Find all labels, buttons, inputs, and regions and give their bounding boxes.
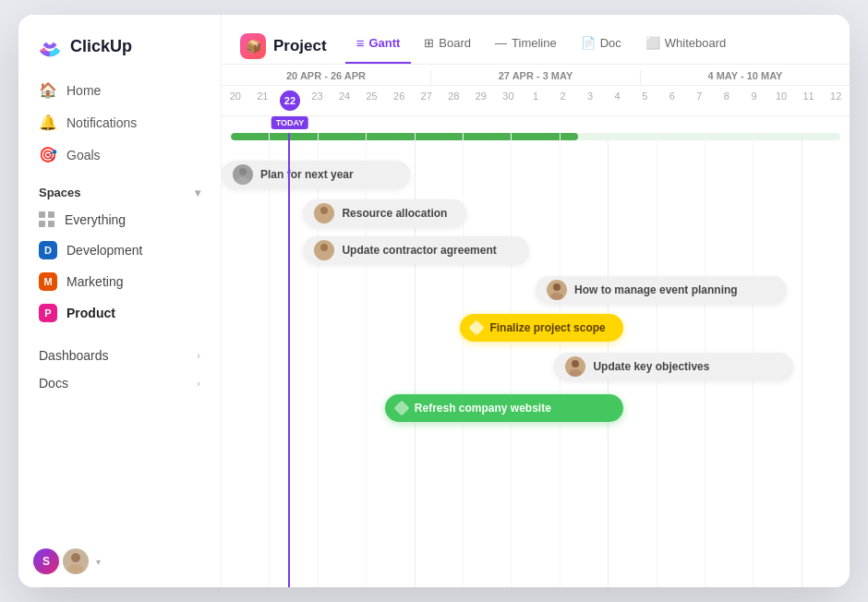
sidebar-item-home[interactable]: 🏠 Home (28, 74, 211, 106)
tab-gantt[interactable]: ≡ Gantt (345, 28, 412, 64)
task-finalize[interactable]: Finalize project scope (460, 314, 623, 342)
day-2: 2 (549, 89, 577, 113)
sidebar-item-goals-label: Goals (66, 148, 101, 163)
home-icon: 🏠 (39, 81, 57, 99)
task-contractor[interactable]: Update contractor agreement (303, 236, 529, 264)
task-key-objectives[interactable]: Update key objectives (554, 353, 792, 380)
sidebar-item-dashboards-label: Dashboards (39, 348, 109, 363)
everything-grid-icon (39, 211, 55, 228)
task-resource-label: Resource allocation (342, 207, 447, 220)
task-objectives-avatar (565, 356, 585, 377)
sidebar-item-docs[interactable]: Docs › (28, 369, 211, 397)
svg-point-7 (318, 253, 331, 260)
svg-point-1 (68, 564, 83, 573)
tabs: ≡ Gantt ⊞ Board — Timeline 📄 Doc ⬜ Wh (345, 28, 738, 64)
svg-point-2 (239, 168, 247, 175)
sidebar-item-goals[interactable]: 🎯 Goals (28, 138, 211, 171)
task-contractor-label: Update contractor agreement (342, 244, 496, 257)
doc-tab-label: Doc (600, 36, 621, 50)
task-plan[interactable]: Plan for next year (222, 161, 410, 188)
clickup-logo-icon (37, 33, 63, 59)
timeline-tab-icon: — (495, 36, 507, 50)
user-menu-chevron-icon[interactable]: ▾ (96, 557, 101, 567)
day-30: 30 (495, 89, 523, 113)
today-line (288, 133, 290, 587)
timeline-tab-label: Timeline (512, 36, 557, 50)
day-11: 11 (795, 89, 823, 113)
task-contractor-avatar (314, 240, 334, 260)
task-resource-avatar (314, 203, 334, 223)
day-6: 6 (658, 89, 686, 113)
svg-point-5 (318, 216, 331, 223)
main-content: 📦 Project ≡ Gantt ⊞ Board — Timeline 📄 (222, 15, 850, 587)
avatar-s[interactable]: S (33, 548, 59, 574)
avatar-user[interactable] (63, 548, 89, 574)
app-window: ClickUp 🏠 Home 🔔 Notifications 🎯 Goals S… (18, 15, 850, 587)
doc-tab-icon: 📄 (581, 36, 596, 50)
svg-point-9 (550, 293, 563, 300)
whiteboard-tab-icon: ⬜ (645, 36, 660, 50)
tab-timeline[interactable]: — Timeline (484, 29, 568, 63)
sidebar-item-home-label: Home (66, 83, 101, 98)
day-22-today: 22 TODAY (276, 89, 304, 113)
gantt-chart: 20 APR - 26 APR 27 APR - 3 MAY 4 MAY - 1… (222, 65, 850, 587)
spaces-chevron-icon[interactable]: ▾ (195, 187, 200, 199)
progress-bar-row (222, 133, 850, 142)
project-title: Project (273, 37, 327, 55)
svg-point-0 (71, 553, 80, 562)
day-24: 24 (331, 89, 358, 113)
spaces-section-title: Spaces ▾ (28, 171, 211, 205)
day-4: 4 (604, 89, 632, 113)
sidebar-item-dashboards[interactable]: Dashboards › (28, 342, 211, 369)
day-5: 5 (631, 89, 658, 113)
tab-whiteboard[interactable]: ⬜ Whiteboard (634, 29, 737, 63)
sidebar-item-product[interactable]: P Product (28, 297, 211, 329)
task-event-label: How to manage event planning (574, 283, 738, 296)
task-plan-label: Plan for next year (260, 168, 354, 181)
day-1: 1 (522, 89, 549, 113)
date-groups: 20 APR - 26 APR 27 APR - 3 MAY 4 MAY - 1… (222, 65, 850, 86)
sidebar-item-product-label: Product (66, 306, 115, 320)
day-7: 7 (686, 89, 714, 113)
sidebar-item-development[interactable]: D Development (28, 235, 211, 266)
task-objectives-label: Update key objectives (593, 360, 709, 373)
date-group-1: 20 APR - 26 APR (222, 70, 431, 85)
date-days: 20 21 22 TODAY 23 24 25 26 27 28 29 30 1… (222, 86, 850, 116)
tab-doc[interactable]: 📄 Doc (570, 29, 633, 63)
sidebar-item-everything[interactable]: Everything (28, 205, 211, 235)
day-28: 28 (440, 89, 468, 113)
app-name: ClickUp (70, 37, 132, 56)
bell-icon: 🔔 (39, 114, 57, 131)
day-20: 20 (222, 89, 249, 113)
today-label: TODAY (271, 116, 309, 129)
task-event-planning[interactable]: How to manage event planning (536, 276, 787, 304)
task-resource[interactable]: Resource allocation (303, 199, 466, 227)
sidebar: ClickUp 🏠 Home 🔔 Notifications 🎯 Goals S… (18, 15, 222, 587)
sidebar-item-notifications[interactable]: 🔔 Notifications (28, 106, 211, 138)
day-3: 3 (576, 89, 604, 113)
product-dot: P (39, 304, 57, 322)
board-tab-icon: ⊞ (424, 36, 434, 50)
sidebar-nav: 🏠 Home 🔔 Notifications 🎯 Goals Spaces ▾ (18, 74, 221, 536)
task-finalize-label: Finalize project scope (489, 321, 605, 334)
sidebar-item-docs-label: Docs (39, 376, 68, 391)
task-refresh[interactable]: Refresh company website (385, 394, 623, 422)
task-finalize-diamond (469, 320, 485, 336)
project-icon: 📦 (240, 33, 266, 59)
day-25: 25 (358, 89, 386, 113)
gantt-tab-icon: ≡ (356, 35, 365, 51)
main-header: 📦 Project ≡ Gantt ⊞ Board — Timeline 📄 (222, 15, 850, 65)
svg-point-4 (320, 207, 328, 214)
sidebar-item-development-label: Development (66, 243, 143, 258)
date-group-3: 4 MAY - 10 MAY (641, 70, 850, 85)
sidebar-item-marketing[interactable]: M Marketing (28, 266, 211, 297)
svg-point-11 (569, 369, 582, 377)
day-23: 23 (304, 89, 332, 113)
sidebar-bottom: S ▾ (18, 536, 221, 587)
dashboards-chevron-icon: › (197, 350, 200, 361)
svg-point-10 (572, 360, 579, 367)
tab-board[interactable]: ⊞ Board (413, 29, 482, 63)
gantt-tab-label: Gantt (368, 36, 400, 50)
docs-chevron-icon: › (197, 378, 200, 389)
svg-point-3 (236, 177, 249, 185)
